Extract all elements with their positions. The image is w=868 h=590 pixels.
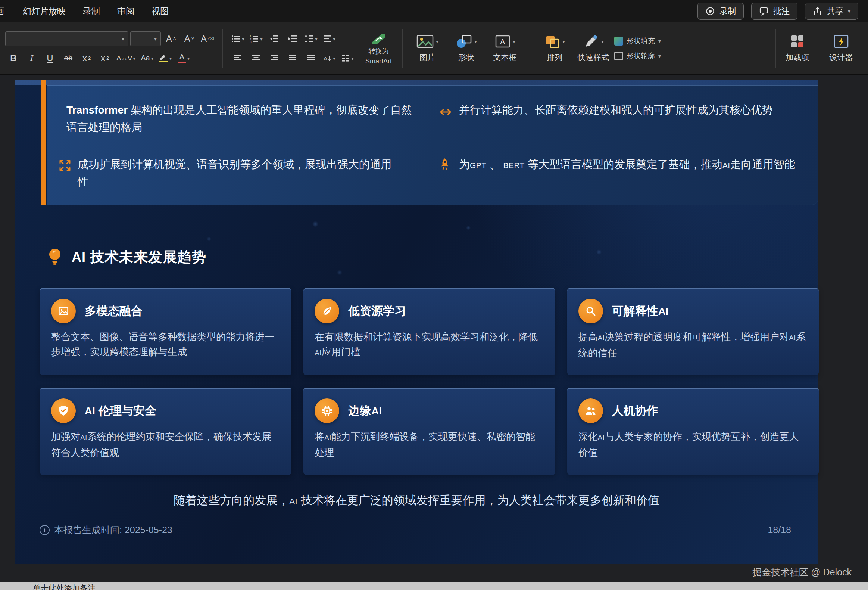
chip-icon	[314, 398, 339, 423]
smartart-icon	[371, 32, 387, 45]
font-size-select[interactable]: ▾	[130, 31, 161, 46]
convert-to-smartart-button[interactable]: 转换为 SmartArt	[362, 30, 396, 67]
numbering-button[interactable]: 123 ▾	[248, 31, 264, 47]
chevron-down-icon: ▾	[436, 39, 438, 44]
editing-area: Transformer 架构的出现是人工智能领域的重大里程碑，彻底改变了自然语言…	[0, 75, 868, 590]
page-number[interactable]: 18/18	[768, 525, 791, 535]
chevron-down-icon: ▾	[562, 39, 565, 44]
shape-fill-label: 形状填充	[627, 36, 655, 46]
summary-item-foundation[interactable]: 为GPT 、 BERT 等大型语言模型的发展奠定了基础，推动AI走向通用智能	[459, 156, 802, 174]
line-spacing-icon	[304, 35, 314, 43]
chevron-down-icon: ▾	[333, 36, 335, 41]
card-body: 加强对AI系统的伦理约束和安全保障，确保技术发展符合人类价值观	[51, 429, 280, 460]
character-spacing-button[interactable]: A↔V▾	[115, 50, 137, 66]
section-title: AI 技术未来发展趋势	[72, 248, 207, 267]
insert-picture-button[interactable]: ▾ 图片	[409, 25, 445, 72]
expand-icon	[58, 159, 72, 172]
summary-box[interactable]: Transformer 架构的出现是人工智能领域的重大里程碑，彻底改变了自然语言…	[47, 85, 818, 205]
bullets-button[interactable]: ▾	[229, 31, 246, 47]
notes-pane[interactable]: 单击此处添加备注	[0, 582, 868, 590]
change-case-button[interactable]: Aa▾	[139, 50, 155, 66]
font-color-button[interactable]: A ▾	[176, 50, 192, 66]
italic-button[interactable]: I	[24, 50, 40, 66]
trend-cards-grid: 多模态融合 整合文本、图像、语音等多种数据类型的能力将进一步增强，实现跨模态理解…	[40, 288, 819, 475]
summary-item-parallel[interactable]: 并行计算能力、长距离依赖建模和强大的可扩展性成为其核心优势	[459, 101, 813, 119]
insert-shapes-button[interactable]: ▾ 形状	[448, 25, 484, 72]
align-right-button[interactable]	[266, 50, 282, 66]
card-multimodal[interactable]: 多模态融合 整合文本、图像、语音等多种数据类型的能力将进一步增强，实现跨模态理解…	[40, 288, 291, 375]
multimodal-icon	[51, 299, 76, 323]
align-left-button[interactable]	[229, 50, 246, 66]
text-direction-button[interactable]: A ▾	[321, 50, 337, 66]
card-human-ai-collab[interactable]: 人机协作 深化AI与人类专家的协作，实现优势互补，创造更大价值	[567, 387, 819, 475]
columns-button[interactable]: ▾	[339, 50, 356, 66]
record-button[interactable]: 录制	[697, 3, 744, 20]
chevron-down-icon: ▾	[169, 56, 172, 61]
card-ai-ethics[interactable]: AI 伦理与安全 加强对AI系统的伦理约束和安全保障，确保技术发展符合人类价值观	[40, 387, 291, 475]
section-header[interactable]: AI 技术未来发展趋势	[46, 247, 207, 267]
chevron-down-icon: ▾	[122, 36, 124, 41]
menu-item-partial[interactable]: 画	[0, 6, 6, 17]
ribbon-separator	[819, 29, 819, 68]
line-spacing-button[interactable]: ▾	[303, 31, 319, 47]
distribute-button[interactable]	[303, 50, 319, 66]
outdent-icon	[270, 35, 279, 43]
ribbon-separator	[530, 29, 530, 68]
align-text-button[interactable]: ▾	[321, 31, 337, 47]
superscript-button[interactable]: x2	[78, 50, 95, 66]
card-title: 边缘AI	[348, 403, 382, 418]
smartart-label-line2: SmartArt	[365, 58, 392, 65]
svg-text:3: 3	[249, 40, 251, 43]
summary-item-transformer[interactable]: Transformer 架构的出现是人工智能领域的重大里程碑，彻底改变了自然语言…	[66, 101, 413, 136]
slide-canvas[interactable]: Transformer 架构的出现是人工智能领域的重大里程碑，彻底改变了自然语言…	[15, 80, 818, 564]
card-edge-ai[interactable]: 边缘AI 将AI能力下沉到终端设备，实现更快速、私密的智能处理	[303, 387, 555, 475]
align-center-button[interactable]	[248, 50, 264, 66]
font-name-select[interactable]: ▾	[5, 31, 128, 46]
columns-icon	[341, 54, 350, 62]
decrease-indent-button[interactable]	[266, 31, 282, 47]
decrease-font-button[interactable]: A˅	[181, 31, 198, 47]
designer-button[interactable]: 设计器	[823, 25, 859, 72]
underline-button[interactable]: U	[42, 50, 58, 66]
shield-icon	[51, 398, 76, 423]
menu-item-review[interactable]: 审阅	[117, 6, 134, 17]
addins-button[interactable]: 加载项	[779, 25, 815, 72]
highlight-color-button[interactable]: ▾	[157, 50, 174, 66]
clear-formatting-button[interactable]: A⌫	[199, 31, 216, 47]
strikethrough-button[interactable]: ab	[60, 50, 77, 66]
report-timestamp[interactable]: i 本报告生成时间: 2025-05-23	[40, 524, 173, 536]
font-color-icon: A	[178, 53, 186, 63]
increase-font-button[interactable]: A˄	[163, 31, 179, 47]
comments-button-label: 批注	[773, 6, 790, 17]
card-low-resource[interactable]: 低资源学习 在有限数据和计算资源下实现高效学习和泛化，降低AI应用门槛	[303, 288, 555, 375]
subscript-button[interactable]: x2	[97, 50, 113, 66]
card-body: 将AI能力下沉到终端设备，实现更快速、私密的智能处理	[314, 429, 544, 460]
card-body: 提高AI决策过程的透明度和可解释性，增强用户对AI系统的信任	[579, 329, 807, 360]
slide-top-strip	[15, 80, 818, 85]
designer-icon	[833, 34, 849, 49]
card-title: 人机协作	[612, 403, 658, 418]
card-explainable-ai[interactable]: 可解释性AI 提高AI决策过程的透明度和可解释性，增强用户对AI系统的信任	[567, 288, 819, 375]
chevron-down-icon: ▾	[242, 36, 244, 41]
ribbon-end-group: 加载项 设计器	[772, 25, 859, 72]
menu-item-view[interactable]: 视图	[152, 6, 169, 17]
card-body: 深化AI与人类专家的协作，实现优势互补，创造更大价值	[579, 429, 807, 460]
leaf-icon	[314, 299, 339, 323]
align-left-icon	[233, 54, 242, 62]
menu-item-record[interactable]: 录制	[83, 6, 100, 17]
comments-button[interactable]: 批注	[751, 3, 797, 20]
share-button[interactable]: 共享 ▾	[805, 3, 858, 20]
menu-actions: 录制 批注 共享 ▾	[697, 3, 858, 20]
arrange-button[interactable]: ▾ 排列	[537, 25, 573, 72]
increase-indent-button[interactable]	[284, 31, 301, 47]
closing-statement[interactable]: 随着这些方向的发展，AI 技术将在更广泛的领域发挥重要作用，为人类社会带来更多创…	[15, 492, 818, 508]
insert-textbox-button[interactable]: A ▾ 文本框	[487, 25, 523, 72]
menu-item-slideshow[interactable]: 幻灯片放映	[23, 6, 66, 17]
shape-fill-button[interactable]: 形状填充 ▾	[614, 36, 661, 46]
bold-button[interactable]: B	[5, 50, 22, 66]
summary-item-generality[interactable]: 成功扩展到计算机视觉、语音识别等多个领域，展现出强大的通用性	[78, 156, 393, 191]
shape-outline-button[interactable]: 形状轮廓 ▾	[614, 51, 661, 61]
designer-button-label: 设计器	[830, 52, 853, 63]
quick-styles-button[interactable]: ▾ 快速样式	[576, 25, 611, 72]
justify-button[interactable]	[284, 50, 301, 66]
